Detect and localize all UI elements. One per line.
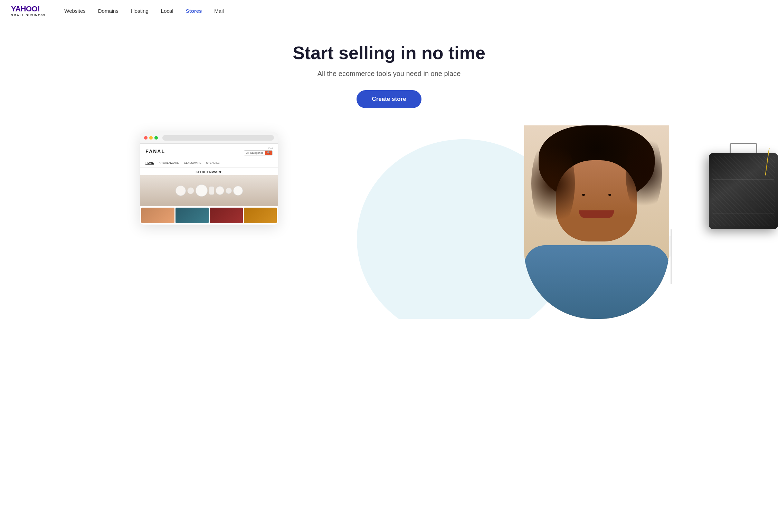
store-thumb-2[interactable] bbox=[175, 208, 209, 223]
small-business-tagline: SMALL BUSINESS bbox=[11, 13, 46, 17]
traffic-light-yellow bbox=[149, 136, 153, 140]
nav-item-stores[interactable]: Stores bbox=[181, 5, 207, 17]
store-nav: HOME KITCHENWARE GLASSWARE UTENSILS bbox=[140, 159, 278, 168]
store-category-title: KITCHENWARE bbox=[140, 168, 278, 175]
store-search-input[interactable]: All Categories bbox=[244, 151, 266, 155]
cart-label: Cart bbox=[268, 147, 273, 150]
bag-shape bbox=[709, 153, 778, 229]
store-nav-kitchenware[interactable]: KITCHENWARE bbox=[159, 161, 179, 165]
nav-item-websites[interactable]: Websites bbox=[59, 5, 90, 17]
store-nav-home[interactable]: HOME bbox=[145, 161, 154, 165]
yahoo-logo[interactable]: YAHOO! SMALL BUSINESS bbox=[11, 5, 46, 17]
nav-item-local[interactable]: Local bbox=[156, 5, 178, 17]
hero-subtitle: All the ecommerce tools you need in one … bbox=[0, 70, 778, 78]
person-photo bbox=[524, 125, 669, 319]
yahoo-wordmark: YAHOO! bbox=[11, 5, 46, 13]
main-nav: Websites Domains Hosting Local Stores Ma… bbox=[59, 5, 229, 17]
hero-visuals: FANAL Cart All Categories 🔍 HOME KITCHEN… bbox=[0, 125, 778, 319]
store-nav-glassware[interactable]: GLASSWARE bbox=[184, 161, 201, 165]
store-main-product-image bbox=[140, 175, 278, 206]
traffic-light-green bbox=[154, 136, 158, 140]
store-header: FANAL Cart All Categories 🔍 bbox=[140, 144, 278, 159]
store-thumb-3[interactable] bbox=[210, 208, 243, 223]
bag-handle bbox=[730, 143, 757, 153]
store-mockup: FANAL Cart All Categories 🔍 HOME KITCHEN… bbox=[140, 132, 278, 225]
create-store-button[interactable]: Create store bbox=[357, 90, 421, 108]
store-nav-utensils[interactable]: UTENSILS bbox=[206, 161, 220, 165]
store-thumb-4[interactable] bbox=[244, 208, 277, 223]
handbag-image bbox=[695, 153, 778, 250]
store-search-button[interactable]: 🔍 bbox=[265, 151, 272, 155]
nav-item-hosting[interactable]: Hosting bbox=[126, 5, 153, 17]
browser-toolbar bbox=[140, 132, 278, 144]
browser-url-bar bbox=[162, 135, 274, 141]
nav-item-domains[interactable]: Domains bbox=[93, 5, 123, 17]
store-thumb-1[interactable] bbox=[141, 208, 174, 223]
hero-section: Start selling in no time All the ecommer… bbox=[0, 22, 778, 319]
traffic-light-red bbox=[144, 136, 148, 140]
store-search-area: Cart All Categories 🔍 bbox=[244, 147, 273, 155]
nav-item-mail[interactable]: Mail bbox=[209, 5, 229, 17]
store-logo: FANAL bbox=[145, 149, 165, 154]
store-search-box: All Categories 🔍 bbox=[244, 150, 273, 155]
store-thumbnails bbox=[140, 206, 278, 225]
site-header: YAHOO! SMALL BUSINESS Websites Domains H… bbox=[0, 0, 778, 22]
hero-title: Start selling in no time bbox=[0, 43, 778, 64]
